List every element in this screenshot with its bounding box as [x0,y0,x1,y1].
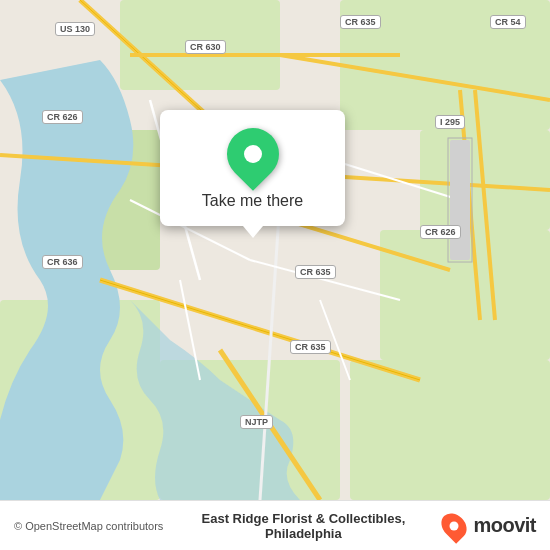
pin-inner-dot [244,145,262,163]
osm-attribution: © OpenStreetMap contributors [14,520,163,532]
footer-bar: © OpenStreetMap contributors East Ridge … [0,500,550,550]
road-label-cr636: CR 636 [42,255,83,269]
moovit-logo: moovit [443,512,536,540]
take-me-there-button[interactable]: Take me there [202,192,303,210]
road-label-i295: I 295 [435,115,465,129]
road-label-cr626-right: CR 626 [420,225,461,239]
moovit-text: moovit [473,514,536,537]
road-label-cr635-bot: CR 635 [290,340,331,354]
road-label-cr54: CR 54 [490,15,526,29]
road-label-njtp: NJTP [240,415,273,429]
tooltip-card: Take me there [160,110,345,226]
location-pin-icon [216,117,290,191]
road-label-us130: US 130 [55,22,95,36]
road-label-cr635-top: CR 635 [340,15,381,29]
svg-rect-29 [450,140,470,260]
map-container: US 130 CR 630 CR 635 CR 54 CR 626 I 295 … [0,0,550,500]
road-label-cr630: CR 630 [185,40,226,54]
map-svg [0,0,550,500]
svg-rect-8 [350,360,550,500]
place-name: East Ridge Florist & Collectibles, Phila… [163,511,443,541]
road-label-cr626-left: CR 626 [42,110,83,124]
road-label-cr635-mid: CR 635 [295,265,336,279]
